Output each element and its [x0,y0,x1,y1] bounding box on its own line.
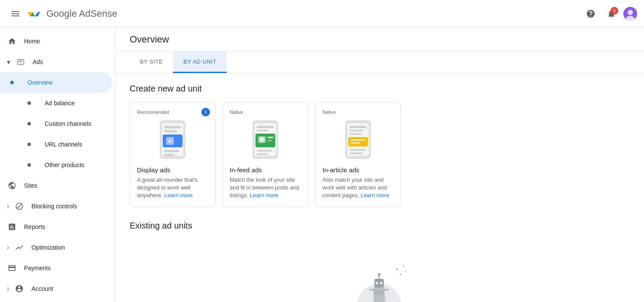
existing-section-title: Existing ad units [130,221,630,231]
help-button[interactable] [582,5,599,22]
svg-point-35 [403,265,404,267]
sidebar-item-ad-balance[interactable]: Ad balance [0,93,112,113]
infeed-ads-name: In-feed ads [230,166,301,174]
sidebar-item-feedback[interactable]: Feedback [0,299,112,302]
optimization-icon [14,242,24,253]
empty-state: Create an ad unit, see it here [130,239,630,302]
sidebar-ads-label: Ads [33,58,43,65]
notification-badge: 5 [611,7,618,15]
blocking-chevron-icon: › [7,202,9,210]
sidebar-item-url-channels[interactable]: URL channels [0,134,112,155]
svg-point-46 [376,282,378,284]
sidebar-url-channels-label: URL channels [45,141,82,148]
sidebar-item-payments[interactable]: Payments [0,258,112,278]
payments-icon [7,263,17,273]
svg-point-47 [380,282,383,284]
empty-state-illustration [346,256,414,302]
svg-point-49 [378,273,380,276]
create-section-title: Create new ad unit [130,84,630,94]
infeed-ads-badge: Native [230,110,301,115]
display-ads-badge: Recommended [137,110,208,115]
blocking-icon [14,201,24,211]
tab-by-ad-unit[interactable]: BY AD UNIT [173,52,227,73]
sidebar-item-reports[interactable]: Reports [0,217,112,237]
display-ads-card[interactable]: Recommended i [130,102,216,207]
sidebar-item-blocking-controls[interactable]: › Blocking controls [0,196,112,217]
inarticle-ads-name: In-article ads [322,166,394,174]
sidebar-item-sites[interactable]: Sites [0,175,112,196]
svg-point-19 [259,137,264,142]
svg-rect-26 [349,126,367,128]
sidebar-item-overview[interactable]: Overview [0,72,112,93]
home-icon [7,36,17,46]
display-ads-info-icon[interactable]: i [201,108,210,116]
sidebar-home-label: Home [24,38,40,45]
logo-icon [26,8,43,20]
reports-icon [7,222,17,232]
sidebar-ad-balance-label: Ad balance [45,100,75,107]
tab-by-site[interactable]: BY SITE [130,52,173,73]
sidebar-item-optimization[interactable]: › Optimization [0,237,112,258]
ad-balance-dot [27,101,31,105]
sites-icon [7,180,17,191]
svg-rect-7 [164,130,177,132]
menu-button[interactable] [7,5,24,22]
svg-rect-50 [369,289,374,291]
infeed-ads-card[interactable]: Native [222,102,308,207]
other-products-dot [27,163,31,167]
svg-rect-29 [348,137,368,146]
svg-rect-22 [257,150,272,152]
url-channels-dot [27,143,31,146]
svg-rect-12 [164,154,175,156]
inarticle-ads-card[interactable]: Native [315,102,401,207]
display-ads-name: Display ads [137,166,208,174]
display-ads-desc: A great all-rounder that's designed to w… [137,176,208,200]
svg-rect-30 [351,139,365,141]
inarticle-ads-learn-more[interactable]: Learn more [361,192,389,198]
svg-rect-27 [349,130,363,131]
inarticle-ads-badge: Native [322,110,394,115]
sidebar-item-account[interactable]: › Account [0,278,112,299]
top-header: Google AdSense 5 [0,0,644,27]
page-header: Overview [116,27,644,52]
cards-row: Recommended i [130,102,630,207]
sidebar: Home ▾ Ads Overview Ad balance Custom ch… [0,27,116,302]
display-ads-image: A [137,118,208,161]
svg-rect-11 [164,150,179,152]
display-ads-illustration: A [153,118,192,161]
sidebar-account-label: Account [31,285,53,292]
sidebar-sites-label: Sites [24,182,37,189]
svg-rect-23 [257,153,267,155]
svg-rect-21 [267,140,272,141]
account-icon [14,284,24,294]
svg-rect-51 [384,289,389,291]
sidebar-optimization-label: Optimization [31,244,65,251]
svg-rect-32 [349,149,366,151]
inarticle-ads-illustration [339,118,377,161]
sidebar-payments-label: Payments [24,265,51,271]
logo-area: Google AdSense [26,8,117,20]
optimization-chevron-icon: › [7,244,9,251]
infeed-ads-learn-more[interactable]: Learn more [250,192,278,198]
svg-point-1 [628,10,633,15]
svg-point-36 [400,274,401,275]
content-body: Create new ad unit Recommended i [116,73,644,302]
sidebar-reports-label: Reports [24,223,45,230]
notifications-button[interactable]: 5 [603,5,620,22]
infeed-ads-image [230,118,301,161]
sidebar-blocking-controls-label: Blocking controls [31,203,77,210]
sidebar-overview-label: Overview [27,79,52,86]
svg-point-37 [405,271,407,272]
sidebar-item-custom-channels[interactable]: Custom channels [0,113,112,134]
sidebar-item-home[interactable]: Home [0,31,112,52]
avatar[interactable] [623,7,637,21]
infeed-ads-illustration [246,118,285,161]
overview-dot [10,81,14,84]
sidebar-item-ads[interactable]: ▾ Ads [0,52,112,72]
display-ads-learn-more[interactable]: Learn more [164,192,193,198]
svg-text:A: A [168,138,172,143]
svg-rect-15 [257,126,274,128]
svg-rect-6 [164,126,181,128]
sidebar-other-products-label: Other products [45,162,85,168]
sidebar-item-other-products[interactable]: Other products [0,155,112,175]
